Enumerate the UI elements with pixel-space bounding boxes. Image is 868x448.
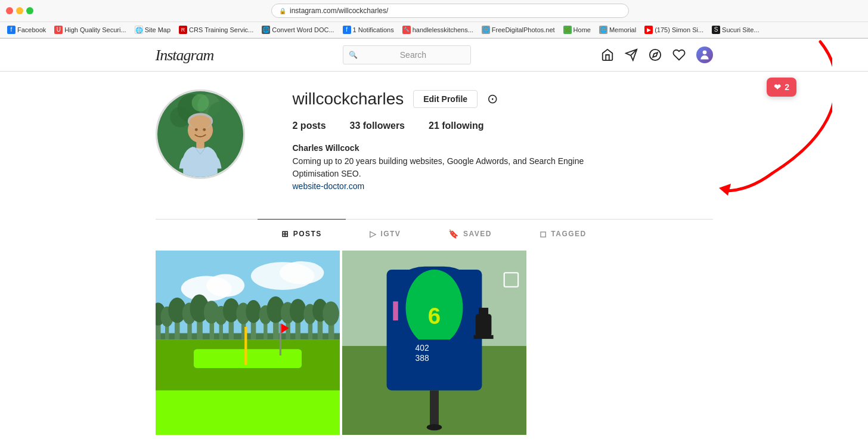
profile-full-name: Charles Willcock — [293, 143, 713, 153]
bookmark-sucuri[interactable]: S Sucuri Site... — [709, 24, 761, 35]
posts-tab-icon: ⊞ — [281, 229, 290, 239]
settings-icon[interactable]: ⊙ — [487, 91, 498, 107]
avatar-image — [696, 47, 713, 63]
heart-icon: ❤ — [774, 82, 781, 92]
following-count: 21 — [429, 121, 439, 131]
bookmark-youtube-label: (175) Simon Si... — [655, 26, 703, 33]
tagged-tab-icon: ◻ — [540, 229, 548, 239]
bookmark-crs[interactable]: R CRS Training Servic... — [176, 24, 256, 35]
post-item-1[interactable] — [156, 251, 340, 435]
svg-rect-16 — [196, 141, 204, 149]
profile-stats: 2 posts 33 followers 21 following — [293, 121, 713, 131]
bookmark-home[interactable]: 🌿 Home — [561, 24, 593, 35]
profile-tabs: ⊞ POSTS ▷ IGTV 🔖 SAVED ◻ TAGGED — [156, 220, 713, 248]
heart-nav-icon[interactable] — [672, 48, 686, 61]
svg-point-74 — [426, 424, 442, 431]
url-text: instagram.com/willcockcharles/ — [290, 7, 388, 15]
browser-chrome: 🔒 instagram.com/willcockcharles/ f Faceb… — [0, 0, 868, 39]
profile-bio-line1: Coming up to 20 years building websites,… — [293, 156, 584, 166]
post-1-image — [156, 251, 340, 435]
instagram-header: Instagram 🔍 — [0, 39, 868, 72]
tab-posts[interactable]: ⊞ POSTS — [258, 219, 346, 248]
svg-rect-59 — [193, 349, 301, 368]
svg-rect-75 — [475, 314, 491, 336]
bookmark-youtube[interactable]: ▶ (175) Simon Si... — [642, 24, 706, 35]
profile-header: willcockcharles Edit Profile ⊙ 2 posts 3… — [156, 89, 713, 193]
home-nav-icon[interactable] — [601, 48, 614, 61]
followers-label: followers — [363, 121, 405, 131]
svg-text:388: 388 — [415, 353, 429, 363]
maximize-window-button[interactable] — [26, 7, 33, 14]
posts-label: posts — [300, 121, 326, 131]
profile-nav-avatar[interactable] — [696, 47, 713, 63]
followers-count: 33 — [350, 121, 361, 131]
bookmarks-bar: f Facebook U High Quality Securi... 🌐 Si… — [0, 22, 868, 38]
likes-notification[interactable]: ❤ 2 — [767, 78, 796, 97]
minimize-window-button[interactable] — [16, 7, 23, 14]
fb-notif-bookmark-icon: f — [343, 26, 351, 34]
tab-tagged[interactable]: ◻ TAGGED — [516, 219, 610, 248]
following-stat[interactable]: 21 following — [429, 121, 483, 131]
address-bar[interactable]: 🔒 instagram.com/willcockcharles/ — [271, 4, 629, 18]
home-bookmark-icon: 🌿 — [563, 26, 572, 34]
freedigital-bookmark-icon: 🌐 — [482, 26, 490, 34]
profile-website-link[interactable]: website-doctor.com — [293, 181, 365, 191]
compass-nav-icon[interactable] — [649, 48, 662, 61]
close-window-button[interactable] — [6, 7, 13, 14]
bookmark-crs-label: CRS Training Servic... — [189, 26, 253, 33]
crs-bookmark-icon: R — [179, 26, 187, 34]
bookmark-word-label: Convert Word DOC... — [272, 26, 334, 33]
svg-point-15 — [203, 128, 206, 131]
svg-point-56 — [323, 301, 339, 325]
profile-page: willcockcharles Edit Profile ⊙ 2 posts 3… — [144, 72, 725, 435]
sucuri-bookmark-icon: S — [712, 26, 720, 34]
followers-stat[interactable]: 33 followers — [350, 121, 405, 131]
profile-bio-line2: Optimisation SEO. — [293, 169, 361, 178]
instagram-logo[interactable]: Instagram — [156, 45, 214, 64]
svg-marker-3 — [653, 52, 658, 57]
lock-icon: 🔒 — [279, 8, 286, 14]
bookmark-word[interactable]: 🌐 Convert Word DOC... — [259, 24, 336, 35]
igtv-tab-label: IGTV — [380, 230, 401, 238]
posts-stat[interactable]: 2 posts — [293, 121, 326, 131]
search-icon: 🔍 — [349, 51, 358, 59]
bookmark-memorial-label: Memorial — [609, 26, 636, 33]
bookmark-security[interactable]: U High Quality Securi... — [52, 24, 128, 35]
bookmark-freedigital-label: FreeDigitalPhotos.net — [492, 26, 555, 33]
svg-point-4 — [702, 51, 706, 55]
search-input[interactable] — [343, 45, 471, 64]
bookmark-sucuri-label: Sucuri Site... — [722, 26, 759, 33]
bookmark-memorial[interactable]: 🌐 Memorial — [597, 24, 638, 35]
svg-point-42 — [246, 300, 261, 323]
bookmark-sitemap-label: Site Map — [145, 26, 170, 33]
edit-profile-button[interactable]: Edit Profile — [413, 90, 478, 108]
bookmark-kitchens[interactable]: 🔧 handlelesskitchens... — [400, 24, 476, 35]
youtube-bookmark-icon: ▶ — [644, 26, 653, 34]
profile-info: willcockcharles Edit Profile ⊙ 2 posts 3… — [293, 89, 713, 193]
post-item-2[interactable]: 6 402 388 — [342, 251, 526, 435]
saved-tab-icon: 🔖 — [448, 229, 460, 239]
tab-saved[interactable]: 🔖 SAVED — [424, 219, 515, 248]
send-nav-icon[interactable] — [625, 48, 638, 61]
word-bookmark-icon: 🌐 — [262, 26, 270, 34]
posts-grid: 6 402 388 — [156, 251, 713, 435]
browser-window-controls[interactable] — [6, 7, 33, 14]
posts-tab-label: POSTS — [293, 230, 322, 238]
bookmark-security-label: High Quality Securi... — [64, 26, 126, 33]
bookmark-freedigital[interactable]: 🌐 FreeDigitalPhotos.net — [479, 24, 557, 35]
svg-point-13 — [189, 115, 210, 129]
post-2-image: 6 402 388 — [342, 251, 526, 435]
bookmark-fb-notif[interactable]: f 1 Notifications — [340, 24, 396, 35]
bookmark-kitchens-label: handlelesskitchens... — [413, 26, 473, 33]
tab-igtv[interactable]: ▷ IGTV — [346, 219, 425, 248]
kitchens-bookmark-icon: 🔧 — [402, 26, 411, 34]
memorial-bookmark-icon: 🌐 — [599, 26, 607, 34]
likes-count: 2 — [785, 82, 789, 92]
svg-text:402: 402 — [415, 343, 429, 353]
bookmark-sitemap[interactable]: 🌐 Site Map — [132, 24, 173, 35]
bookmark-facebook[interactable]: f Facebook — [5, 24, 48, 35]
saved-tab-label: SAVED — [463, 230, 492, 238]
following-label: following — [442, 121, 483, 131]
svg-rect-73 — [430, 390, 439, 428]
profile-username-row: willcockcharles Edit Profile ⊙ — [293, 89, 713, 109]
